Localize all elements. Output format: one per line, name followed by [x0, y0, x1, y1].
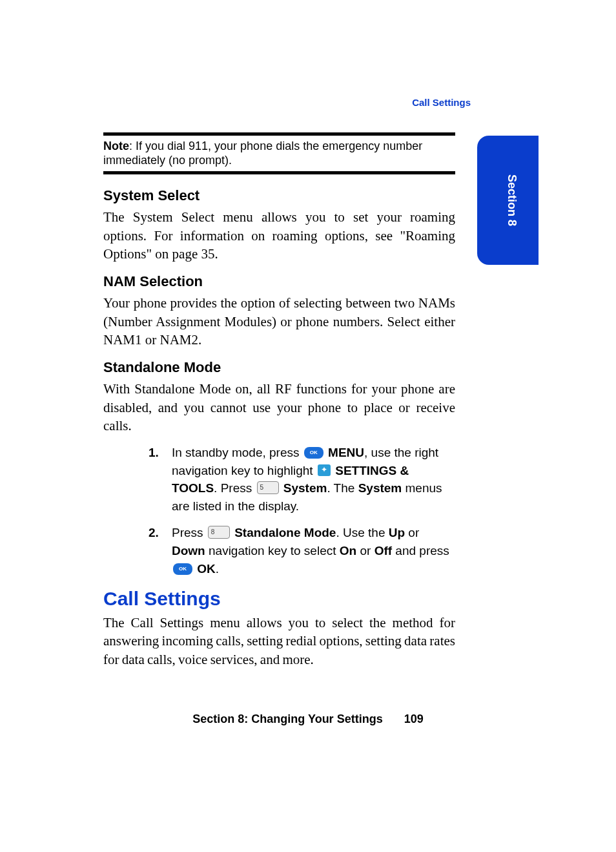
- step-2-standalone: Standalone Mode: [234, 526, 336, 539]
- body-standalone-mode: With Standalone Mode on, all RF function…: [103, 380, 455, 435]
- step-2-up: Up: [389, 526, 405, 539]
- heading-standalone-mode: Standalone Mode: [103, 359, 455, 376]
- heading-call-settings: Call Settings: [103, 588, 455, 610]
- ok-button-icon: [173, 563, 192, 575]
- step-1-menu: MENU: [328, 446, 364, 459]
- note-label: Note: [103, 140, 129, 152]
- ok-button-icon: [304, 447, 323, 459]
- section-tab-label: Section 8: [506, 174, 518, 226]
- note-box: Note: If you dial 911, your phone dials …: [103, 132, 455, 174]
- body-call-settings: The Call Settings menu allows you to sel…: [103, 614, 455, 669]
- heading-nam-selection: NAM Selection: [103, 273, 455, 290]
- heading-system-select: System Select: [103, 187, 455, 204]
- step-2-text-d: navigation key to select: [205, 544, 340, 557]
- footer-title: Section 8: Changing Your Settings: [192, 712, 382, 725]
- step-1-text-a: In standby mode, press: [172, 446, 303, 459]
- key-8-icon: [208, 526, 230, 539]
- step-1: 1. In standby mode, press MENU, use the …: [149, 444, 455, 515]
- step-2: 2. Press Standalone Mode. Use the Up or …: [149, 524, 455, 577]
- key-5-icon: [257, 481, 279, 494]
- step-1-number: 1.: [149, 444, 159, 462]
- page-footer: Section 8: Changing Your Settings 109: [0, 712, 616, 726]
- note-text: : If you dial 911, your phone dials the …: [103, 140, 422, 167]
- step-1-text-c: . Press: [214, 481, 255, 495]
- step-2-text-c: or: [405, 526, 419, 539]
- step-2-text-e: or: [356, 544, 374, 557]
- step-2-text-g: .: [216, 562, 219, 576]
- steps-list: 1. In standby mode, press MENU, use the …: [149, 444, 455, 577]
- tools-icon: [318, 464, 331, 476]
- step-2-text-b: . Use the: [336, 526, 388, 539]
- body-nam-selection: Your phone provides the option of select…: [103, 294, 455, 349]
- running-head: Call Settings: [412, 97, 471, 108]
- footer-page-number: 109: [404, 712, 424, 725]
- section-tab: Section 8: [477, 136, 539, 265]
- step-2-off: Off: [375, 544, 392, 557]
- body-system-select: The System Select menu allows you to set…: [103, 208, 455, 263]
- step-2-on: On: [340, 544, 356, 557]
- step-2-number: 2.: [149, 524, 159, 542]
- step-2-ok: OK: [197, 562, 216, 576]
- step-2-text-f: and press: [392, 544, 449, 557]
- step-1-system: System: [283, 481, 327, 495]
- step-2-down: Down: [172, 544, 205, 557]
- step-1-text-d: . The: [327, 481, 358, 495]
- step-1-system2: System: [358, 481, 402, 495]
- step-2-text-a: Press: [172, 526, 207, 539]
